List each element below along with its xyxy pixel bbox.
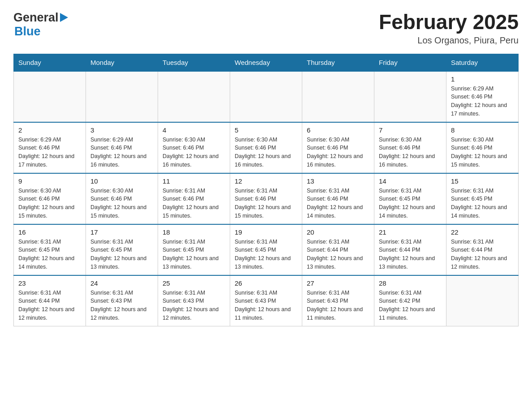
calendar-cell [446,275,519,326]
calendar-cell: 1Sunrise: 6:29 AMSunset: 6:46 PMDaylight… [446,71,519,122]
day-number: 23 [18,279,81,287]
calendar-cell: 13Sunrise: 6:31 AMSunset: 6:46 PMDayligh… [302,173,374,224]
column-header-sunday: Sunday [14,54,86,71]
column-header-monday: Monday [86,54,158,71]
day-number: 13 [307,177,369,185]
calendar-cell [302,71,374,122]
day-info: Sunrise: 6:31 AMSunset: 6:44 PMDaylight:… [307,238,369,271]
logo-general: General [13,11,59,25]
day-info: Sunrise: 6:31 AMSunset: 6:43 PMDaylight:… [307,289,369,322]
calendar-cell: 12Sunrise: 6:31 AMSunset: 6:46 PMDayligh… [230,173,302,224]
calendar-cell: 6Sunrise: 6:30 AMSunset: 6:46 PMDaylight… [302,122,374,173]
day-info: Sunrise: 6:31 AMSunset: 6:44 PMDaylight:… [18,289,81,322]
logo-blue: Blue [14,25,41,38]
calendar-cell: 11Sunrise: 6:31 AMSunset: 6:46 PMDayligh… [158,173,230,224]
day-number: 25 [163,279,225,287]
day-number: 7 [379,126,442,134]
day-number: 8 [451,126,514,134]
column-header-wednesday: Wednesday [230,54,302,71]
calendar-cell: 8Sunrise: 6:30 AMSunset: 6:46 PMDaylight… [446,122,519,173]
day-info: Sunrise: 6:31 AMSunset: 6:42 PMDaylight:… [379,289,442,322]
day-info: Sunrise: 6:31 AMSunset: 6:44 PMDaylight:… [379,238,442,271]
day-info: Sunrise: 6:30 AMSunset: 6:46 PMDaylight:… [379,136,442,169]
day-number: 5 [235,126,297,134]
week-row-1: 1Sunrise: 6:29 AMSunset: 6:46 PMDaylight… [14,71,519,122]
day-info: Sunrise: 6:31 AMSunset: 6:43 PMDaylight:… [90,289,153,322]
day-info: Sunrise: 6:30 AMSunset: 6:46 PMDaylight:… [451,136,514,169]
calendar-cell: 20Sunrise: 6:31 AMSunset: 6:44 PMDayligh… [302,224,374,275]
day-info: Sunrise: 6:29 AMSunset: 6:46 PMDaylight:… [451,85,514,118]
day-number: 17 [90,228,153,236]
day-number: 24 [90,279,153,287]
day-info: Sunrise: 6:31 AMSunset: 6:45 PMDaylight:… [451,187,514,220]
calendar-cell [14,71,86,122]
day-number: 18 [163,228,225,236]
week-row-2: 2Sunrise: 6:29 AMSunset: 6:46 PMDaylight… [14,122,519,173]
logo-triangle-icon [60,13,68,24]
calendar-cell: 7Sunrise: 6:30 AMSunset: 6:46 PMDaylight… [374,122,446,173]
day-number: 2 [18,126,81,134]
day-info: Sunrise: 6:30 AMSunset: 6:46 PMDaylight:… [18,187,81,220]
calendar-cell: 9Sunrise: 6:30 AMSunset: 6:46 PMDaylight… [14,173,86,224]
calendar-cell: 22Sunrise: 6:31 AMSunset: 6:44 PMDayligh… [446,224,519,275]
day-number: 19 [235,228,297,236]
day-info: Sunrise: 6:29 AMSunset: 6:46 PMDaylight:… [18,136,81,169]
day-info: Sunrise: 6:30 AMSunset: 6:46 PMDaylight:… [307,136,369,169]
day-number: 16 [18,228,81,236]
day-number: 12 [235,177,297,185]
day-info: Sunrise: 6:30 AMSunset: 6:46 PMDaylight:… [163,136,225,169]
calendar-cell: 10Sunrise: 6:30 AMSunset: 6:46 PMDayligh… [86,173,158,224]
calendar-cell: 24Sunrise: 6:31 AMSunset: 6:43 PMDayligh… [86,275,158,326]
calendar-cell [86,71,158,122]
day-info: Sunrise: 6:31 AMSunset: 6:45 PMDaylight:… [90,238,153,271]
day-number: 3 [90,126,153,134]
day-info: Sunrise: 6:30 AMSunset: 6:46 PMDaylight:… [90,187,153,220]
page-title: February 2025 [379,11,519,34]
day-info: Sunrise: 6:31 AMSunset: 6:46 PMDaylight:… [163,187,225,220]
day-number: 20 [307,228,369,236]
column-header-saturday: Saturday [446,54,519,71]
calendar-cell [374,71,446,122]
calendar-cell: 27Sunrise: 6:31 AMSunset: 6:43 PMDayligh… [302,275,374,326]
logo: General Blue [13,11,68,39]
calendar-cell: 18Sunrise: 6:31 AMSunset: 6:45 PMDayligh… [158,224,230,275]
day-info: Sunrise: 6:31 AMSunset: 6:44 PMDaylight:… [451,238,514,271]
svg-marker-0 [60,13,68,22]
day-info: Sunrise: 6:31 AMSunset: 6:45 PMDaylight:… [235,238,297,271]
day-number: 14 [379,177,442,185]
column-header-thursday: Thursday [302,54,374,71]
column-header-friday: Friday [374,54,446,71]
day-info: Sunrise: 6:31 AMSunset: 6:45 PMDaylight:… [379,187,442,220]
day-number: 21 [379,228,442,236]
page-header: General Blue February 2025 Los Organos, … [13,11,519,46]
calendar-cell: 16Sunrise: 6:31 AMSunset: 6:45 PMDayligh… [14,224,86,275]
calendar-cell: 21Sunrise: 6:31 AMSunset: 6:44 PMDayligh… [374,224,446,275]
calendar-table: SundayMondayTuesdayWednesdayThursdayFrid… [13,54,519,326]
calendar-cell: 3Sunrise: 6:29 AMSunset: 6:46 PMDaylight… [86,122,158,173]
day-number: 22 [451,228,514,236]
day-number: 26 [235,279,297,287]
calendar-cell: 17Sunrise: 6:31 AMSunset: 6:45 PMDayligh… [86,224,158,275]
week-row-3: 9Sunrise: 6:30 AMSunset: 6:46 PMDaylight… [14,173,519,224]
day-number: 9 [18,177,81,185]
day-number: 28 [379,279,442,287]
calendar-cell [230,71,302,122]
calendar-header-row: SundayMondayTuesdayWednesdayThursdayFrid… [14,54,519,71]
calendar-cell: 28Sunrise: 6:31 AMSunset: 6:42 PMDayligh… [374,275,446,326]
calendar-cell: 25Sunrise: 6:31 AMSunset: 6:43 PMDayligh… [158,275,230,326]
day-info: Sunrise: 6:31 AMSunset: 6:43 PMDaylight:… [163,289,225,322]
calendar-cell: 23Sunrise: 6:31 AMSunset: 6:44 PMDayligh… [14,275,86,326]
week-row-5: 23Sunrise: 6:31 AMSunset: 6:44 PMDayligh… [14,275,519,326]
day-info: Sunrise: 6:30 AMSunset: 6:46 PMDaylight:… [235,136,297,169]
day-info: Sunrise: 6:31 AMSunset: 6:43 PMDaylight:… [235,289,297,322]
calendar-cell: 5Sunrise: 6:30 AMSunset: 6:46 PMDaylight… [230,122,302,173]
day-number: 4 [163,126,225,134]
week-row-4: 16Sunrise: 6:31 AMSunset: 6:45 PMDayligh… [14,224,519,275]
day-info: Sunrise: 6:31 AMSunset: 6:45 PMDaylight:… [18,238,81,271]
page-subtitle: Los Organos, Piura, Peru [379,35,519,46]
day-number: 6 [307,126,369,134]
day-number: 1 [451,75,514,83]
day-info: Sunrise: 6:31 AMSunset: 6:46 PMDaylight:… [307,187,369,220]
day-number: 11 [163,177,225,185]
calendar-cell: 2Sunrise: 6:29 AMSunset: 6:46 PMDaylight… [14,122,86,173]
